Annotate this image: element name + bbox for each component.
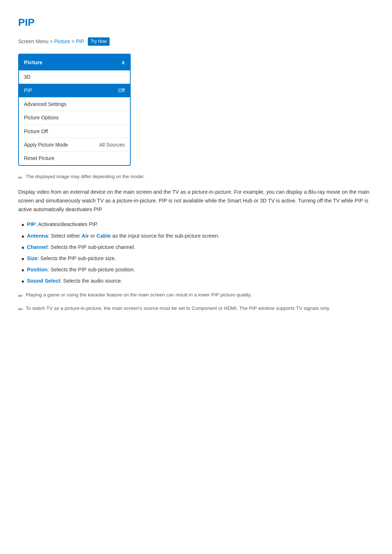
breadcrumb-sep-2: > xyxy=(72,37,74,45)
term-sound-select: Sound Select xyxy=(27,278,60,284)
page-title: PIP xyxy=(18,15,374,31)
body-text: Display video from an external device on… xyxy=(18,188,374,214)
note-row-2: ✏ To watch TV as a picture-in-picture, t… xyxy=(18,305,374,314)
menu-item-apply-picture-mode-label: Apply Picture Mode xyxy=(24,141,68,149)
pencil-icon-1: ✏ xyxy=(18,292,23,301)
term-pip: PIP xyxy=(27,221,35,227)
menu-item-advanced-settings-label: Advanced Settings xyxy=(24,100,66,108)
note-row-1: ✏ Playing a game or using the karaoke fe… xyxy=(18,291,374,301)
note-row-1-text: Playing a game or using the karaoke feat… xyxy=(26,291,252,299)
menu-item-picture-off-label: Picture Off xyxy=(24,127,48,135)
term-position: Position xyxy=(27,267,48,272)
menu-item-apply-picture-mode-value: All Sources xyxy=(99,141,125,149)
menu-item-apply-picture-mode[interactable]: Apply Picture Mode All Sources xyxy=(19,138,130,152)
breadcrumb-sep-1: > xyxy=(50,37,53,45)
list-item-channel: Channel: Selects the PIP sub-picture cha… xyxy=(22,243,374,251)
menu-item-pip-value: Off xyxy=(118,86,125,94)
menu-item-picture-options[interactable]: Picture Options xyxy=(19,111,130,124)
menu-item-reset-picture-label: Reset Picture xyxy=(24,154,54,162)
menu-item-picture-off[interactable]: Picture Off xyxy=(19,125,130,138)
list-item-position-text: Position: Selects the PIP sub-picture po… xyxy=(27,266,135,274)
menu-item-pip[interactable]: PIP Off xyxy=(19,84,130,97)
term-antenna: Antenna xyxy=(27,233,48,239)
list-item-antenna-text: Antenna: Select either Air or Cable as t… xyxy=(27,232,219,240)
bullet-dot xyxy=(22,224,24,226)
menu-item-picture-options-label: Picture Options xyxy=(24,114,59,122)
pencil-icon-2: ✏ xyxy=(18,305,23,314)
list-item-channel-text: Channel: Selects the PIP sub-picture cha… xyxy=(27,243,135,251)
menu-item-advanced-settings[interactable]: Advanced Settings xyxy=(19,98,130,111)
note-top-text: The displayed image may differ depending… xyxy=(26,173,144,181)
breadcrumb-pip[interactable]: PIP xyxy=(76,37,84,45)
menu-item-pip-label: PIP xyxy=(24,86,32,94)
term-size: Size xyxy=(27,255,37,261)
note-top: ✏ The displayed image may differ dependi… xyxy=(18,173,374,182)
menu-item-3d-label: 3D xyxy=(24,74,30,80)
menu-header: Picture ∧ xyxy=(19,54,130,70)
bullet-dot xyxy=(22,258,24,260)
list-item-sound-select: Sound Select: Selects the audio source. xyxy=(22,277,374,285)
list-item-antenna: Antenna: Select either Air or Cable as t… xyxy=(22,232,374,240)
bullet-dot xyxy=(22,247,24,249)
menu-item-reset-picture[interactable]: Reset Picture xyxy=(19,152,130,165)
note-row-2-text: To watch TV as a picture-in-picture, the… xyxy=(26,305,330,312)
try-now-badge[interactable]: Try Now xyxy=(88,37,110,46)
bullet-dot xyxy=(22,269,24,271)
pencil-icon: ✏ xyxy=(18,173,23,182)
breadcrumb: Screen Menu > Picture > PIP Try Now xyxy=(18,37,374,46)
term-cable: Cable xyxy=(97,233,111,239)
list-item-pip: PIP: Activates/deactivates PIP. xyxy=(22,220,374,229)
bullet-dot xyxy=(22,235,24,238)
notes-section: ✏ Playing a game or using the karaoke fe… xyxy=(18,291,374,315)
list-item-pip-text: PIP: Activates/deactivates PIP. xyxy=(27,220,98,229)
term-channel: Channel xyxy=(27,244,48,250)
breadcrumb-picture[interactable]: Picture xyxy=(54,37,70,45)
list-item-size-text: Size: Selects the PIP sub-picture size. xyxy=(27,254,116,263)
menu-item-3d[interactable]: 3D xyxy=(19,70,130,84)
breadcrumb-screen-menu: Screen Menu xyxy=(18,37,48,45)
bullet-dot xyxy=(22,280,24,283)
menu-header-label: Picture xyxy=(24,58,42,67)
list-item-position: Position: Selects the PIP sub-picture po… xyxy=(22,266,374,274)
term-air: Air xyxy=(82,233,89,239)
bullet-list: PIP: Activates/deactivates PIP. Antenna:… xyxy=(18,220,374,285)
menu-box: Picture ∧ 3D PIP Off Advanced Settings P… xyxy=(18,54,131,166)
list-item-size: Size: Selects the PIP sub-picture size. xyxy=(22,254,374,263)
list-item-sound-select-text: Sound Select: Selects the audio source. xyxy=(27,277,122,285)
chevron-up-icon: ∧ xyxy=(121,58,125,66)
